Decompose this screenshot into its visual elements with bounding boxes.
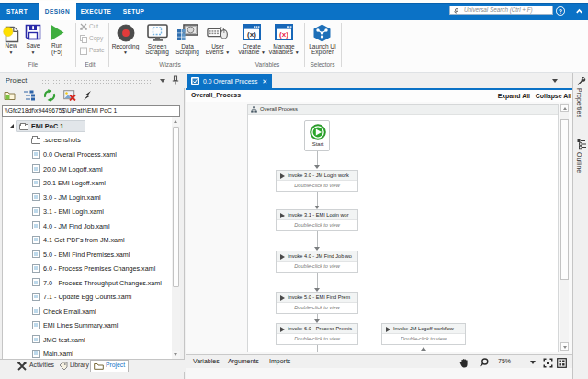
svg-text:(x): (x) <box>279 30 288 39</box>
svg-text:(x): (x) <box>247 30 256 39</box>
